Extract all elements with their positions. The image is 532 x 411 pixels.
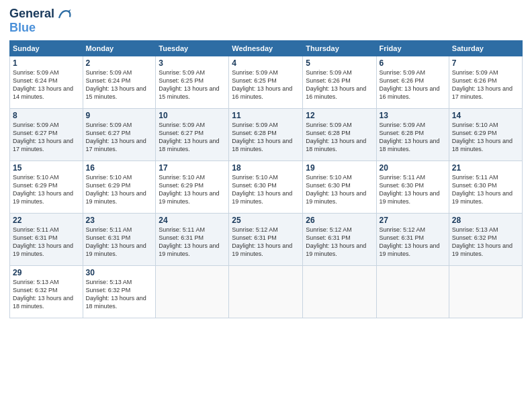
table-row: 30 Sunrise: 5:13 AM Sunset: 6:32 PM Dayl…	[83, 265, 156, 318]
day-number: 4	[232, 58, 300, 68]
table-row: 28 Sunrise: 5:13 AM Sunset: 6:32 PM Dayl…	[449, 213, 522, 265]
day-number: 22	[13, 216, 80, 225]
table-row: 21 Sunrise: 5:11 AM Sunset: 6:30 PM Dayl…	[449, 161, 522, 213]
table-row	[303, 265, 376, 318]
table-row: 20 Sunrise: 5:11 AM Sunset: 6:30 PM Dayl…	[376, 161, 449, 213]
day-info: Sunrise: 5:12 AM Sunset: 6:31 PM Dayligh…	[380, 226, 440, 257]
day-info: Sunrise: 5:10 AM Sunset: 6:29 PM Dayligh…	[13, 174, 73, 205]
day-number: 24	[159, 216, 226, 225]
day-info: Sunrise: 5:09 AM Sunset: 6:26 PM Dayligh…	[452, 69, 513, 100]
table-row	[229, 265, 303, 318]
table-row: 14 Sunrise: 5:10 AM Sunset: 6:29 PM Dayl…	[449, 108, 522, 161]
calendar-table: Sunday Monday Tuesday Wednesday Thursday…	[9, 40, 523, 318]
col-thursday: Thursday	[303, 40, 376, 56]
day-number: 16	[86, 163, 153, 173]
table-row: 24 Sunrise: 5:11 AM Sunset: 6:31 PM Dayl…	[156, 213, 229, 265]
day-number: 14	[452, 111, 519, 120]
table-row: 11 Sunrise: 5:09 AM Sunset: 6:28 PM Dayl…	[229, 108, 303, 161]
day-number: 7	[452, 58, 519, 68]
day-info: Sunrise: 5:09 AM Sunset: 6:27 PM Dayligh…	[13, 122, 73, 152]
day-number: 30	[86, 268, 153, 277]
logo-icon	[57, 7, 72, 21]
day-number: 21	[452, 163, 519, 173]
table-row: 3 Sunrise: 5:09 AM Sunset: 6:25 PM Dayli…	[156, 56, 229, 108]
table-row	[376, 265, 449, 318]
table-row: 8 Sunrise: 5:09 AM Sunset: 6:27 PM Dayli…	[10, 108, 83, 161]
table-row: 13 Sunrise: 5:09 AM Sunset: 6:28 PM Dayl…	[376, 108, 449, 161]
col-sunday: Sunday	[10, 40, 83, 56]
day-number: 15	[13, 163, 80, 173]
col-friday: Friday	[376, 40, 449, 56]
table-row: 9 Sunrise: 5:09 AM Sunset: 6:27 PM Dayli…	[83, 108, 156, 161]
day-number: 8	[13, 111, 80, 120]
day-info: Sunrise: 5:11 AM Sunset: 6:30 PM Dayligh…	[380, 174, 440, 205]
day-number: 27	[380, 216, 446, 225]
day-info: Sunrise: 5:09 AM Sunset: 6:24 PM Dayligh…	[86, 69, 146, 100]
day-number: 6	[380, 58, 446, 68]
col-monday: Monday	[83, 40, 156, 56]
day-info: Sunrise: 5:11 AM Sunset: 6:31 PM Dayligh…	[13, 226, 73, 257]
day-info: Sunrise: 5:11 AM Sunset: 6:30 PM Dayligh…	[452, 174, 513, 205]
col-wednesday: Wednesday	[229, 40, 303, 56]
day-info: Sunrise: 5:09 AM Sunset: 6:25 PM Dayligh…	[232, 69, 292, 100]
day-number: 13	[380, 111, 446, 120]
day-number: 17	[159, 163, 226, 173]
day-number: 11	[232, 111, 300, 120]
day-info: Sunrise: 5:10 AM Sunset: 6:29 PM Dayligh…	[452, 122, 513, 152]
table-row: 16 Sunrise: 5:10 AM Sunset: 6:29 PM Dayl…	[83, 161, 156, 213]
day-info: Sunrise: 5:13 AM Sunset: 6:32 PM Dayligh…	[86, 279, 146, 310]
day-number: 19	[306, 163, 373, 173]
day-info: Sunrise: 5:09 AM Sunset: 6:27 PM Dayligh…	[159, 122, 219, 152]
day-number: 26	[306, 216, 373, 225]
day-number: 10	[159, 111, 226, 120]
day-info: Sunrise: 5:10 AM Sunset: 6:29 PM Dayligh…	[159, 174, 219, 205]
day-number: 5	[306, 58, 373, 68]
day-info: Sunrise: 5:11 AM Sunset: 6:31 PM Dayligh…	[159, 226, 219, 257]
day-info: Sunrise: 5:09 AM Sunset: 6:25 PM Dayligh…	[159, 69, 219, 100]
day-number: 23	[86, 216, 153, 225]
table-row: 23 Sunrise: 5:11 AM Sunset: 6:31 PM Dayl…	[83, 213, 156, 265]
day-info: Sunrise: 5:09 AM Sunset: 6:28 PM Dayligh…	[232, 122, 292, 152]
table-row: 17 Sunrise: 5:10 AM Sunset: 6:29 PM Dayl…	[156, 161, 229, 213]
day-number: 3	[159, 58, 226, 68]
logo-text: General	[9, 7, 54, 21]
day-info: Sunrise: 5:09 AM Sunset: 6:28 PM Dayligh…	[306, 122, 366, 152]
table-row: 29 Sunrise: 5:13 AM Sunset: 6:32 PM Dayl…	[10, 265, 83, 318]
day-number: 9	[86, 111, 153, 120]
day-info: Sunrise: 5:13 AM Sunset: 6:32 PM Dayligh…	[13, 279, 73, 310]
table-row: 1 Sunrise: 5:09 AM Sunset: 6:24 PM Dayli…	[10, 56, 83, 108]
table-row: 7 Sunrise: 5:09 AM Sunset: 6:26 PM Dayli…	[449, 56, 522, 108]
day-info: Sunrise: 5:12 AM Sunset: 6:31 PM Dayligh…	[232, 226, 292, 257]
day-info: Sunrise: 5:13 AM Sunset: 6:32 PM Dayligh…	[452, 226, 513, 257]
table-row	[156, 265, 229, 318]
table-row	[449, 265, 522, 318]
table-row: 6 Sunrise: 5:09 AM Sunset: 6:26 PM Dayli…	[376, 56, 449, 108]
day-number: 28	[452, 216, 519, 225]
table-row: 12 Sunrise: 5:09 AM Sunset: 6:28 PM Dayl…	[303, 108, 376, 161]
day-info: Sunrise: 5:09 AM Sunset: 6:27 PM Dayligh…	[86, 122, 146, 152]
day-info: Sunrise: 5:12 AM Sunset: 6:31 PM Dayligh…	[306, 226, 366, 257]
table-row: 25 Sunrise: 5:12 AM Sunset: 6:31 PM Dayl…	[229, 213, 303, 265]
day-info: Sunrise: 5:09 AM Sunset: 6:28 PM Dayligh…	[380, 122, 440, 152]
col-tuesday: Tuesday	[156, 40, 229, 56]
col-saturday: Saturday	[449, 40, 522, 56]
table-row: 10 Sunrise: 5:09 AM Sunset: 6:27 PM Dayl…	[156, 108, 229, 161]
day-info: Sunrise: 5:09 AM Sunset: 6:26 PM Dayligh…	[306, 69, 366, 100]
day-number: 18	[232, 163, 300, 173]
day-number: 20	[380, 163, 446, 173]
day-info: Sunrise: 5:11 AM Sunset: 6:31 PM Dayligh…	[86, 226, 146, 257]
day-info: Sunrise: 5:10 AM Sunset: 6:30 PM Dayligh…	[306, 174, 366, 205]
table-row: 27 Sunrise: 5:12 AM Sunset: 6:31 PM Dayl…	[376, 213, 449, 265]
day-number: 29	[13, 268, 80, 277]
table-row: 19 Sunrise: 5:10 AM Sunset: 6:30 PM Dayl…	[303, 161, 376, 213]
table-row: 5 Sunrise: 5:09 AM Sunset: 6:26 PM Dayli…	[303, 56, 376, 108]
logo-blue: Blue	[9, 21, 36, 34]
table-row: 18 Sunrise: 5:10 AM Sunset: 6:30 PM Dayl…	[229, 161, 303, 213]
header: General Blue	[9, 7, 523, 35]
page: General Blue Sunday Monday Tuesday Wedne…	[0, 0, 532, 411]
day-number: 25	[232, 216, 300, 225]
table-row: 4 Sunrise: 5:09 AM Sunset: 6:25 PM Dayli…	[229, 56, 303, 108]
day-info: Sunrise: 5:09 AM Sunset: 6:26 PM Dayligh…	[380, 69, 440, 100]
day-number: 2	[86, 58, 153, 68]
day-info: Sunrise: 5:09 AM Sunset: 6:24 PM Dayligh…	[13, 69, 73, 100]
